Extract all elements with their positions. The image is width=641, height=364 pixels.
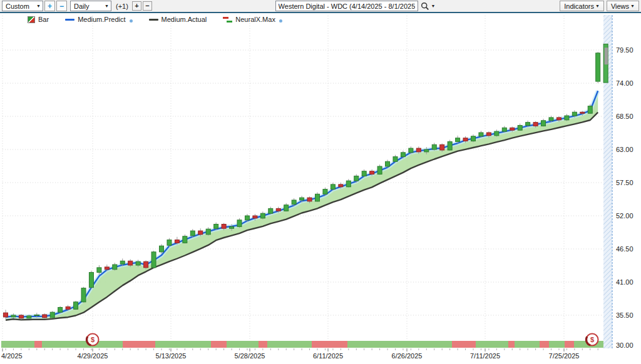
indicators-button[interactable]: Indicators ▼ <box>560 1 604 11</box>
zoom-in-button[interactable]: + <box>44 1 55 11</box>
legend-item-medium-predict[interactable]: Medium.Predict <box>65 16 132 23</box>
legend-actual-label: Medium.Actual <box>162 16 207 23</box>
y-axis-label: 30.00 <box>616 341 633 349</box>
dollar-icon: $ <box>91 336 95 343</box>
chevron-down-icon: ▼ <box>630 4 635 8</box>
x-axis-label: 5/28/2025 <box>235 352 265 360</box>
y-axis-labels: 79.5074.0068.5063.0057.5052.0046.5041.00… <box>616 46 633 349</box>
views-button[interactable]: Views ▼ <box>607 1 639 11</box>
y-axis-label: 79.50 <box>616 46 633 54</box>
y-axis-label: 35.50 <box>616 311 633 319</box>
x-axis-label: 4/29/2025 <box>78 352 108 360</box>
y-axis-label: 68.50 <box>616 113 633 120</box>
chevron-down-icon: ▼ <box>36 4 41 8</box>
y-axis-label: 63.00 <box>616 146 633 153</box>
x-axis-label: 4/2025 <box>1 352 23 360</box>
legend-item-bar[interactable]: Bar <box>28 16 49 23</box>
period-select[interactable]: Daily ▼ <box>70 1 111 11</box>
x-axis-label: 7/11/2025 <box>470 352 500 360</box>
forecast-bar <box>603 44 608 83</box>
x-axis-label: 6/11/2025 <box>313 352 343 360</box>
dollar-icon: $ <box>590 336 594 343</box>
toolbar-center-group: ▼ <box>275 1 436 11</box>
toolbar: Custom ▼ + − Daily ▼ (+1) + − ▼ <box>0 0 641 13</box>
range-select-value: Custom <box>6 3 29 10</box>
actual-line-icon <box>149 19 158 21</box>
legend-item-medium-actual[interactable]: Medium.Actual <box>149 16 207 23</box>
x-axis-label: 7/25/2025 <box>549 352 580 360</box>
legend-predict-label: Medium.Predict <box>78 16 125 23</box>
info-dot-icon <box>130 19 133 23</box>
chevron-down-icon: ▼ <box>595 4 600 8</box>
y-axis-label: 57.50 <box>616 179 633 186</box>
candlestick-series <box>4 52 600 320</box>
x-axis-ticks <box>3 348 598 351</box>
y-axis-label: 46.50 <box>616 245 633 253</box>
y-axis-label: 52.00 <box>616 212 633 220</box>
charting-app-window: Custom ▼ + − Daily ▼ (+1) + − ▼ <box>0 0 641 364</box>
chart-legend: Bar Medium.Predict Medium.Actual NeuralX… <box>28 16 282 23</box>
step-down-button[interactable]: − <box>143 1 152 11</box>
price-chart-canvas[interactable]: 4/20254/29/20255/13/20255/28/20256/11/20… <box>0 0 641 364</box>
toolbar-left-group: Custom ▼ + − Daily ▼ (+1) + − <box>2 1 153 11</box>
legend-item-neuralx-max[interactable]: NeuralX.Max <box>223 16 282 23</box>
zoom-out-button[interactable]: − <box>56 1 67 11</box>
symbol-search-control[interactable]: ▼ <box>421 2 436 11</box>
step-up-button[interactable]: + <box>132 1 141 11</box>
legend-bar-label: Bar <box>38 16 49 23</box>
symbol-input[interactable] <box>275 1 418 11</box>
chevron-down-icon: ▼ <box>105 4 109 8</box>
x-axis-label: 6/26/2025 <box>392 352 423 360</box>
bar-series-icon <box>28 16 35 23</box>
range-select[interactable]: Custom ▼ <box>2 1 43 11</box>
x-axis-labels: 4/20254/29/20255/13/20255/28/20256/11/20… <box>1 352 579 360</box>
neuralx-series-icon <box>223 17 232 23</box>
y-axis-label: 74.00 <box>616 79 633 87</box>
y-axis-label: 41.00 <box>616 278 633 286</box>
info-dot-icon <box>279 19 282 23</box>
legend-neural-label: NeuralX.Max <box>235 16 275 23</box>
toolbar-right-group: Indicators ▼ Views ▼ <box>557 1 639 11</box>
predict-line-icon <box>65 19 74 21</box>
search-icon <box>421 2 429 11</box>
period-select-value: Daily <box>74 3 89 10</box>
chevron-down-icon: ▼ <box>431 4 436 8</box>
x-axis-label: 5/13/2025 <box>156 352 187 360</box>
bar-offset-label: (+1) <box>116 3 128 10</box>
